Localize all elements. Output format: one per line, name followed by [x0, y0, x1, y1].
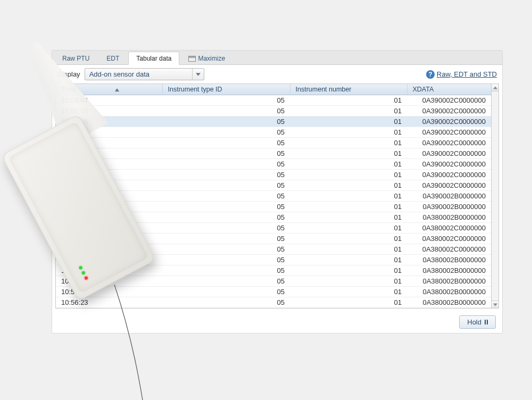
hold-button[interactable]: Hold — [459, 315, 496, 329]
cell-time — [56, 159, 162, 170]
cell-instrument-number: 01 — [290, 170, 407, 180]
display-label: Display — [57, 70, 80, 78]
toolbar: Display Add-on sensor data ? Raw, EDT an… — [52, 65, 502, 84]
cell-instrument-number: 01 — [290, 95, 407, 106]
table-row[interactable]: 10:56:0505010A390002C0000000 — [56, 106, 491, 116]
cell-instrument-type-id: 05 — [162, 287, 290, 297]
table-row[interactable]: 10:56:1805010A380002C0000000 — [56, 244, 491, 255]
cell-xdata: 0A390002C0000000 — [407, 106, 491, 116]
cell-time — [56, 148, 162, 159]
table-row[interactable]: 05010A390002C0000000 — [56, 170, 491, 180]
cell-instrument-type-id: 05 — [162, 223, 290, 234]
cell-xdata: 0A380002B0000000 — [407, 265, 491, 276]
cell-instrument-number: 01 — [290, 255, 407, 265]
table-row[interactable]: 10:56:2205010A380002B0000000 — [56, 287, 491, 297]
cell-time: 10:5 — [56, 223, 162, 234]
cell-instrument-number: 01 — [290, 212, 407, 223]
data-panel: Raw PTU EDT Tabular data Maximize Displa… — [52, 50, 503, 334]
table-row[interactable]: 05010A390002C0000000 — [56, 138, 491, 148]
table-row[interactable]: 10:56:2105010A380002B0000000 — [56, 276, 491, 287]
col-instrument-number[interactable]: Instrument number — [290, 84, 407, 95]
cell-instrument-number: 01 — [290, 138, 407, 148]
cell-xdata: 0A380002B0000000 — [407, 276, 491, 287]
chevron-down-icon — [192, 69, 204, 80]
cell-instrument-type-id: 05 — [162, 191, 290, 202]
table-row[interactable]: 05010A390002C0000000 — [56, 159, 491, 170]
cell-instrument-number: 01 — [290, 159, 407, 170]
table-row[interactable]: 10:56:05010A380002C0000000 — [56, 234, 491, 244]
cell-time — [56, 138, 162, 148]
cell-xdata: 0A390002B0000000 — [407, 202, 491, 212]
cell-time: 10:56:07 — [56, 127, 162, 138]
cell-xdata: 0A390002C0000000 — [407, 138, 491, 148]
cell-xdata: 0A380002B0000000 — [407, 212, 491, 223]
cell-instrument-type-id: 05 — [162, 138, 290, 148]
table-row[interactable]: 10:56:2305010A380002B0000000 — [56, 297, 491, 308]
cell-instrument-type-id: 05 — [162, 180, 290, 191]
cell-xdata: 0A380002C0000000 — [407, 223, 491, 234]
table-row[interactable]: 10:505010A380002C0000000 — [56, 223, 491, 234]
sort-asc-icon — [115, 88, 119, 91]
cell-xdata: 0A380002B0000000 — [407, 287, 491, 297]
col-instrument-type-id[interactable]: Instrument type ID — [162, 84, 290, 95]
tab-maximize[interactable]: Maximize — [180, 52, 233, 64]
cell-instrument-number: 01 — [290, 287, 407, 297]
col-time[interactable]: Time — [56, 84, 162, 95]
cell-instrument-number: 01 — [290, 116, 407, 127]
cell-instrument-number: 01 — [290, 127, 407, 138]
tab-tabular-data[interactable]: Tabular data — [128, 52, 179, 65]
table-row[interactable]: 10:05010A380002B0000000 — [56, 212, 491, 223]
table-row[interactable]: 1005010A390002B0000000 — [56, 202, 491, 212]
cell-instrument-number: 01 — [290, 191, 407, 202]
cell-xdata: 0A390002C0000000 — [407, 170, 491, 180]
table-row[interactable]: 05010A390002C0000000 — [56, 180, 491, 191]
cell-time: 10:56:22 — [56, 287, 162, 297]
cell-time — [56, 180, 162, 191]
table-row[interactable]: 10:56:0705010A390002C0000000 — [56, 127, 491, 138]
cell-instrument-number: 01 — [290, 180, 407, 191]
cell-instrument-number: 01 — [290, 265, 407, 276]
pause-icon — [485, 320, 488, 324]
tab-edt[interactable]: EDT — [98, 52, 127, 64]
table-row[interactable]: 10:56:1905010A380002B0000000 — [56, 255, 491, 265]
table-row[interactable]: 10:56:0405010A390002C0000000 — [56, 95, 491, 106]
cell-instrument-number: 01 — [290, 297, 407, 308]
table-row[interactable]: 10:56:0605010A390002C0000000 — [56, 116, 491, 127]
cell-time: 10:56:23 — [56, 297, 162, 308]
vertical-scrollbar[interactable] — [492, 84, 499, 309]
table-container: Time Instrument type ID Instrument numbe… — [52, 84, 502, 312]
maximize-icon — [188, 56, 196, 62]
cell-xdata: 0A390002C0000000 — [407, 127, 491, 138]
scroll-down-icon[interactable] — [492, 301, 498, 308]
cell-xdata: 0A380002C0000000 — [407, 234, 491, 244]
data-table: Time Instrument type ID Instrument numbe… — [56, 84, 491, 308]
tab-bar: Raw PTU EDT Tabular data Maximize — [52, 51, 502, 65]
display-dropdown[interactable]: Add-on sensor data — [85, 68, 204, 80]
cell-time: 10:56:06 — [56, 116, 162, 127]
tab-raw-ptu[interactable]: Raw PTU — [54, 52, 97, 64]
help-link[interactable]: Raw, EDT and STD — [437, 70, 497, 78]
cell-instrument-type-id: 05 — [162, 170, 290, 180]
help-icon[interactable]: ? — [426, 70, 435, 79]
cell-xdata: 0A390002C0000000 — [407, 95, 491, 106]
cell-instrument-type-id: 05 — [162, 116, 290, 127]
table-row[interactable]: 05010A390002C0000000 — [56, 148, 491, 159]
cell-time: 10:56:21 — [56, 276, 162, 287]
cell-xdata: 0A390002C0000000 — [407, 116, 491, 127]
table-row[interactable]: 105010A390002B0000000 — [56, 191, 491, 202]
tab-maximize-label: Maximize — [198, 55, 225, 62]
col-xdata[interactable]: XDATA — [407, 84, 491, 95]
cell-time: 10:56:05 — [56, 106, 162, 116]
cell-time: 10:56:18 — [56, 244, 162, 255]
cell-instrument-number: 01 — [290, 202, 407, 212]
table-row[interactable]: 10:56:2005010A380002B0000000 — [56, 265, 491, 276]
cell-instrument-type-id: 05 — [162, 234, 290, 244]
cell-xdata: 0A380002B0000000 — [407, 297, 491, 308]
table-header-row: Time Instrument type ID Instrument numbe… — [56, 84, 491, 95]
scroll-up-icon[interactable] — [492, 84, 498, 91]
cell-time: 10 — [56, 202, 162, 212]
cell-xdata: 0A390002C0000000 — [407, 180, 491, 191]
cell-xdata: 0A390002C0000000 — [407, 159, 491, 170]
cell-time: 1 — [56, 191, 162, 202]
dropdown-value: Add-on sensor data — [89, 70, 149, 78]
